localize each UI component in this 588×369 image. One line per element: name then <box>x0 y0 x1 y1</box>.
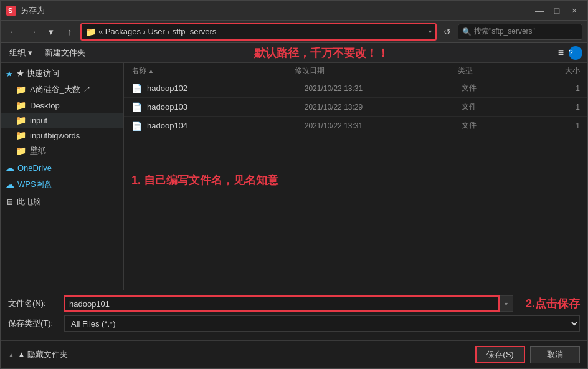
file-name: hadoop104 <box>147 121 305 130</box>
wps-icon: ☁ <box>6 180 14 189</box>
svg-text:S: S <box>8 7 12 14</box>
column-size[interactable]: 大小 <box>539 65 580 76</box>
filetype-row: 保存类型(T): All Files (*.*) <box>8 315 580 332</box>
file-date: 2021/10/22 13:31 <box>305 84 462 93</box>
sidebar-item-label: 壁纸 <box>30 145 46 156</box>
app-icon: S <box>6 5 17 16</box>
filename-input-wrapper: ▾ <box>64 295 513 312</box>
sidebar-item-wallpaper[interactable]: 📁 壁纸 <box>1 143 123 159</box>
file-row[interactable]: 📄 hadoop102 2021/10/22 13:31 文件 1 <box>124 79 587 98</box>
folder-icon: 📁 <box>16 130 26 140</box>
column-date[interactable]: 修改日期 <box>295 65 458 76</box>
up-button[interactable]: ↑ <box>62 24 78 40</box>
file-date: 2021/10/22 13:31 <box>305 122 462 130</box>
folder-icon: 📁 <box>16 100 26 110</box>
close-button[interactable]: × <box>566 4 582 17</box>
file-list: 名称 ▲ 修改日期 类型 大小 📄 hadoop102 2021/10/22 1… <box>124 63 587 290</box>
pc-label: 此电脑 <box>17 196 41 208</box>
quick-access-label: ★ 快速访问 <box>16 68 59 79</box>
back-button[interactable]: ← <box>6 24 22 40</box>
file-icon: 📄 <box>131 84 142 93</box>
action-bar: 组织 ▾ 新建文件夹 默认路径，千万不要改！！ ≡ ? <box>1 43 587 63</box>
quick-access-header[interactable]: ★ ★ 快速访问 <box>1 65 123 82</box>
file-icon: 📄 <box>131 102 142 112</box>
hide-folders-button[interactable]: ▲ ▲ 隐藏文件夹 <box>8 349 68 360</box>
filename-label: 文件名(N): <box>8 298 64 309</box>
file-row[interactable]: 📄 hadoop104 2021/10/22 13:31 文件 1 <box>124 117 587 135</box>
file-size: 1 <box>541 122 580 130</box>
file-icon: 📄 <box>131 121 142 131</box>
save-annotation: 2.点击保存 <box>526 296 580 311</box>
address-bar[interactable]: 📁 « Packages › User › sftp_servers ▾ <box>80 23 437 41</box>
onedrive-section: ☁ OneDrive <box>1 160 123 175</box>
pc-header[interactable]: 🖥 此电脑 <box>1 194 123 210</box>
file-name: hadoop102 <box>147 84 305 93</box>
file-size: 1 <box>541 103 580 112</box>
sidebar-item-ashan[interactable]: 📁 A尚硅谷_大数 ↗ <box>1 82 123 98</box>
wps-section: ☁ WPS网盘 <box>1 176 123 193</box>
help-button[interactable]: ? <box>569 46 582 60</box>
folder-icon: 📁 <box>85 27 96 37</box>
content-area: ★ ★ 快速访问 📁 A尚硅谷_大数 ↗ 📁 Desktop 📁 input 📁 <box>1 63 587 290</box>
address-dropdown-icon[interactable]: ▾ <box>429 28 432 35</box>
star-icon: ★ <box>6 69 13 79</box>
address-path-text: « Packages › User › sftp_servers <box>98 27 426 36</box>
title-bar: S 另存为 — □ × <box>1 1 587 21</box>
minimize-button[interactable]: — <box>531 4 548 17</box>
sidebar-item-label: inputbigwords <box>30 131 80 140</box>
dialog-title: 另存为 <box>21 5 531 16</box>
file-row[interactable]: 📄 hadoop103 2021/10/22 13:29 文件 1 <box>124 98 587 117</box>
wps-label: WPS网盘 <box>17 179 52 190</box>
save-as-dialog: S 另存为 — □ × ← → ▾ ↑ 📁 « Packages › User … <box>0 0 588 369</box>
search-box[interactable]: 🔍 搜索"sftp_servers" <box>458 24 582 40</box>
file-size: 1 <box>541 84 580 93</box>
path-dropdown-button[interactable]: ▾ <box>43 24 59 40</box>
filename-input[interactable] <box>64 295 500 312</box>
column-name[interactable]: 名称 ▲ <box>131 65 295 76</box>
new-folder-button[interactable]: 新建文件夹 <box>41 46 89 60</box>
wps-header[interactable]: ☁ WPS网盘 <box>1 176 123 193</box>
file-type: 文件 <box>462 83 540 93</box>
file-type: 文件 <box>462 120 540 131</box>
filetype-input-wrapper: All Files (*.*) <box>64 315 580 332</box>
filetype-select[interactable]: All Files (*.*) <box>64 315 580 332</box>
bottom-fields: 文件名(N): ▾ 2.点击保存 保存类型(T): All Files (*.*… <box>1 290 587 340</box>
folder-icon: 📁 <box>16 85 26 95</box>
sidebar-item-input[interactable]: 📁 input <box>1 113 123 128</box>
sort-arrow-icon: ▲ <box>148 68 154 74</box>
save-button[interactable]: 保存(S) <box>475 346 525 363</box>
refresh-button[interactable]: ↺ <box>439 24 455 40</box>
folder-icon: 📁 <box>16 115 26 125</box>
forward-button[interactable]: → <box>24 24 40 40</box>
onedrive-label: OneDrive <box>17 163 52 173</box>
dialog-footer: ▲ ▲ 隐藏文件夹 保存(S) 取消 <box>1 340 587 368</box>
view-toggle-button[interactable]: ≡ <box>554 46 567 60</box>
cancel-button[interactable]: 取消 <box>530 346 580 363</box>
file-list-header: 名称 ▲ 修改日期 类型 大小 <box>124 63 587 79</box>
hide-folders-label: ▲ 隐藏文件夹 <box>17 349 68 360</box>
search-placeholder: 搜索"sftp_servers" <box>474 26 535 37</box>
sidebar-item-label: A尚硅谷_大数 ↗ <box>30 84 91 95</box>
footer-buttons: 保存(S) 取消 <box>475 346 580 363</box>
window-controls: — □ × <box>531 4 582 17</box>
onedrive-header[interactable]: ☁ OneDrive <box>1 160 123 175</box>
cloud-icon: ☁ <box>6 163 14 173</box>
sidebar-item-desktop[interactable]: 📁 Desktop <box>1 98 123 113</box>
file-name: hadoop103 <box>147 102 305 112</box>
pc-icon: 🖥 <box>6 198 14 207</box>
pc-section: 🖥 此电脑 <box>1 194 123 210</box>
maximize-button[interactable]: □ <box>549 4 565 17</box>
triangle-icon: ▲ <box>8 352 14 358</box>
file-date: 2021/10/22 13:29 <box>305 103 462 112</box>
path-warning-annotation: 默认路径，千万不要改！！ <box>94 46 549 60</box>
folder-icon: 📁 <box>16 146 26 156</box>
search-icon: 🔍 <box>462 27 472 36</box>
organize-button[interactable]: 组织 ▾ <box>6 46 36 60</box>
file-type: 文件 <box>462 102 540 112</box>
sidebar-item-inputbigwords[interactable]: 📁 inputbigwords <box>1 128 123 143</box>
filename-row: 文件名(N): ▾ 2.点击保存 <box>8 295 580 312</box>
toolbar: ← → ▾ ↑ 📁 « Packages › User › sftp_serve… <box>1 21 587 43</box>
filename-annotation: 1. 自己编写文件名，见名知意 <box>124 135 587 188</box>
column-type[interactable]: 类型 <box>458 65 539 76</box>
filename-dropdown-button[interactable]: ▾ <box>500 295 513 312</box>
